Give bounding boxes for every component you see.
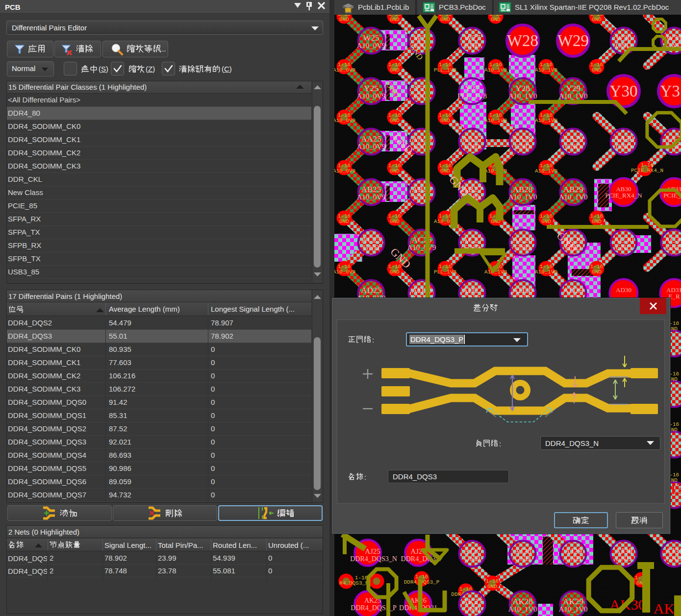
svg-text:A10_0V9: A10_0V9 [356, 193, 385, 201]
svg-text:A10_0V9: A10_0V9 [334, 67, 355, 73]
svg-text:A10_1V0: A10_1V0 [535, 67, 557, 73]
svg-text:A10_0V9: A10_0V9 [334, 168, 355, 174]
svg-text:GND: GND [390, 118, 400, 123]
svg-text:GND: GND [616, 244, 632, 251]
svg-text:GND: GND [440, 17, 450, 23]
svg-text:GND: GND [487, 584, 497, 590]
svg-text:GND: GND [541, 219, 551, 224]
svg-text:A10_0V9: A10_0V9 [334, 269, 355, 275]
svg-text:GND: GND [592, 17, 602, 23]
svg-text:A10_1V0: A10_1V0 [558, 605, 587, 613]
svg-text:GND: GND [390, 17, 400, 23]
svg-text:W29: W29 [557, 32, 589, 49]
svg-text:GND: GND [592, 219, 602, 224]
svg-text:GND: GND [440, 118, 450, 123]
svg-text:PCIE_RX4_N: PCIE_RX4_N [605, 192, 642, 199]
svg-text:A10_1V0: A10_1V0 [484, 67, 507, 73]
svg-text:PLL_1V8: PLL_1V8 [434, 269, 456, 275]
svg-text:A10_0V9: A10_0V9 [334, 118, 355, 123]
svg-text:A10_1V0: A10_1V0 [558, 92, 587, 100]
svg-text:GND: GND [390, 168, 400, 174]
svg-text:GND: GND [565, 143, 581, 150]
svg-text:Y31: Y31 [660, 82, 681, 100]
svg-text:AD30: AD30 [616, 286, 631, 294]
svg-text:A10_1V0: A10_1V0 [484, 118, 507, 123]
svg-text:GND: GND [666, 555, 681, 563]
svg-text:W28: W28 [507, 32, 538, 49]
svg-text:A10_1V0: A10_1V0 [508, 193, 537, 201]
svg-text:A10_1V0: A10_1V0 [535, 168, 557, 174]
svg-text:A10_1V0: A10_1V0 [535, 269, 557, 275]
svg-text:PLL_1V8: PLL_1V8 [457, 92, 487, 100]
svg-text:GND: GND [440, 168, 450, 174]
svg-text:A10_1V0: A10_1V0 [484, 168, 507, 174]
svg-text:GND: GND [339, 219, 349, 224]
svg-text:A10_1V0: A10_1V0 [508, 605, 537, 613]
svg-text:A10_0V9: A10_0V9 [356, 42, 385, 49]
svg-text:GND: GND [339, 17, 349, 23]
svg-text:GND: GND [491, 17, 501, 23]
svg-text:A10_0V9: A10_0V9 [407, 244, 436, 251]
svg-text:A10_0V9: A10_0V9 [356, 143, 385, 150]
svg-text:A10_1V0: A10_1V0 [558, 193, 587, 201]
svg-text:GND: GND [464, 42, 480, 49]
svg-text:DDR4_DQS3_N: DDR4_DQS3_N [350, 555, 397, 563]
svg-text:GND: GND [666, 244, 681, 251]
svg-text:GND: GND [565, 555, 581, 563]
svg-text:PLL_1V8: PLL_1V8 [434, 67, 456, 73]
svg-text:R4_DQS3_N: R4_DQS3_N [339, 580, 368, 586]
svg-text:GND: GND [592, 67, 602, 73]
svg-text:GND: GND [616, 143, 632, 150]
svg-text:GND: GND [592, 269, 602, 275]
svg-text:GND: GND [515, 555, 531, 563]
svg-text:GND: GND [464, 605, 480, 613]
svg-text:GND: GND [390, 219, 400, 224]
svg-text:Y30: Y30 [610, 82, 638, 100]
svg-text:GND: GND [390, 67, 400, 73]
svg-text:A10_0V9: A10_0V9 [356, 92, 385, 100]
svg-text:GND: GND [464, 555, 480, 563]
svg-text:A10_1V0: A10_1V0 [535, 118, 557, 123]
svg-text:GND: GND [390, 269, 400, 275]
svg-text:A10_1V0: A10_1V0 [508, 92, 537, 100]
svg-text:PCIE_RX4_N: PCIE_RX4_N [631, 168, 663, 173]
svg-text:GND: GND [363, 244, 379, 251]
svg-text:GND: GND [616, 555, 632, 563]
svg-text:AJ25: AJ25 [365, 547, 380, 555]
svg-text:GND: GND [464, 143, 480, 150]
svg-text:GND: GND [515, 143, 531, 150]
svg-text:GND: GND [515, 244, 531, 251]
